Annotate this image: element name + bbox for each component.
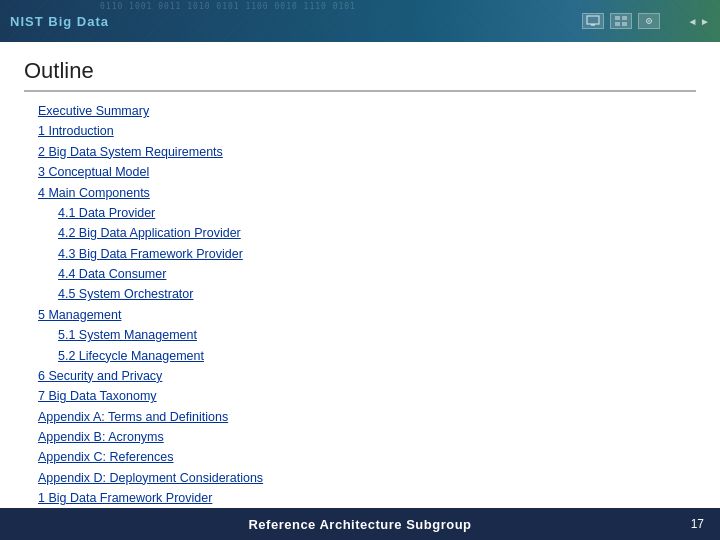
outline-item-7[interactable]: 4.3 Big Data Framework Provider (58, 245, 696, 264)
outline-item-5[interactable]: 4.1 Data Provider (58, 204, 696, 223)
gear-icon (638, 13, 660, 29)
outline-item-0[interactable]: Executive Summary (38, 102, 696, 121)
page-title: Outline (24, 58, 696, 84)
outline-list: Executive Summary1 Introduction2 Big Dat… (24, 102, 696, 540)
grid-icon (610, 13, 632, 29)
outline-item-19[interactable]: 1 Big Data Framework Provider (38, 489, 696, 508)
outline-item-9[interactable]: 4.5 System Orchestrator (58, 285, 696, 304)
nist-text: NIST (10, 14, 44, 29)
page-number: 17 (691, 517, 704, 531)
outline-item-16[interactable]: Appendix B: Acronyms (38, 428, 696, 447)
outline-item-2[interactable]: 2 Big Data System Requirements (38, 143, 696, 162)
outline-item-13[interactable]: 6 Security and Privacy (38, 367, 696, 386)
outline-item-3[interactable]: 3 Conceptual Model (38, 163, 696, 182)
outline-item-1[interactable]: 1 Introduction (38, 122, 696, 141)
svg-rect-0 (587, 16, 599, 24)
binary-decoration: 0110 1001 0011 1010 0101 1100 0010 1110 … (100, 2, 356, 11)
outline-item-6[interactable]: 4.2 Big Data Application Provider (58, 224, 696, 243)
svg-rect-5 (622, 22, 627, 26)
footer-bar: Reference Architecture Subgroup 17 (0, 508, 720, 540)
outline-item-15[interactable]: Appendix A: Terms and Definitions (38, 408, 696, 427)
svg-point-7 (648, 20, 650, 22)
outline-item-12[interactable]: 5.2 Lifecycle Management (58, 347, 696, 366)
header-icons (582, 13, 660, 29)
svg-rect-4 (615, 22, 620, 26)
outline-item-14[interactable]: 7 Big Data Taxonomy (38, 387, 696, 406)
outline-item-10[interactable]: 5 Management (38, 306, 696, 325)
outline-item-8[interactable]: 4.4 Data Consumer (58, 265, 696, 284)
header-banner: NIST Big Data 0110 1001 0011 1010 0101 1… (0, 0, 720, 42)
main-content: Outline Executive Summary1 Introduction2… (0, 42, 720, 540)
outline-item-18[interactable]: Appendix D: Deployment Considerations (38, 469, 696, 488)
monitor-icon (582, 13, 604, 29)
nist-logo: NIST Big Data (10, 14, 109, 29)
title-divider (24, 90, 696, 92)
svg-rect-2 (615, 16, 620, 20)
outline-item-17[interactable]: Appendix C: References (38, 448, 696, 467)
outline-item-4[interactable]: 4 Main Components (38, 184, 696, 203)
footer-label: Reference Architecture Subgroup (248, 517, 471, 532)
big-data-text: Big Data (44, 14, 109, 29)
outline-item-11[interactable]: 5.1 System Management (58, 326, 696, 345)
svg-rect-3 (622, 16, 627, 20)
nav-arrows[interactable]: ◄ ► (687, 16, 710, 27)
svg-rect-1 (591, 24, 595, 26)
